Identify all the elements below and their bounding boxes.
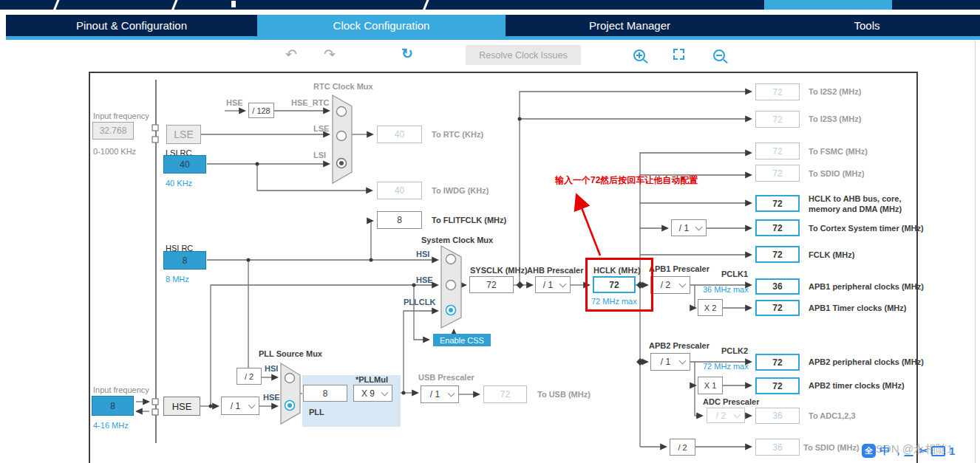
apb1-timer-label: APB1 Timer clocks (MHz)	[809, 303, 906, 312]
lse-frequency-input: 32.768	[92, 122, 134, 140]
ahb-prescaler-label: AHB Prescaler	[527, 266, 583, 275]
resolve-clock-issues-button[interactable]: Resolve Clock Issues	[466, 45, 581, 65]
sysclk-label: SYSCLK (MHz)	[470, 266, 528, 275]
hse-frequency-input[interactable]: 8	[92, 396, 134, 416]
ime-keyboard-icon[interactable]	[931, 446, 945, 456]
to-i2s2-label: To I2S2 (MHz)	[809, 87, 861, 96]
adc-prescaler-label: ADC Prescaler	[703, 397, 759, 406]
rtc-lse-label: LSE	[313, 124, 329, 133]
zoom-out-icon[interactable]	[713, 49, 725, 61]
to-i2s2-value-box: 72	[755, 83, 800, 100]
pll-source-mux-title: PLL Source Mux	[259, 349, 322, 358]
ime-punctuation-icon[interactable]: ，	[894, 445, 903, 458]
fclk-value-box[interactable]: 72	[755, 246, 800, 263]
apb2-prescaler-label: APB2 Prescaler	[649, 341, 710, 350]
rtc-hse-label: HSE	[226, 98, 243, 107]
system-clock-mux-title: System Clock Mux	[421, 236, 493, 244]
to-fsmc-label: To FSMC (MHz)	[809, 147, 868, 156]
apb2-x1-box: X 1	[698, 377, 723, 394]
to-iwdg-label: To IWDG (KHz)	[432, 186, 489, 195]
chevron-down-icon	[248, 401, 256, 408]
undo-icon[interactable]: ↶	[285, 47, 297, 61]
enable-css-label: Enable CSS	[440, 336, 484, 345]
to-i2s3-label: To I2S3 (MHz)	[809, 114, 861, 123]
pll-input-value-box: 8	[303, 385, 347, 402]
sdio-div2-box: / 2	[670, 439, 695, 456]
chevron-down-icon	[559, 280, 567, 287]
ime-mode-icon[interactable]: 全	[862, 444, 876, 458]
annotation-text: 输入一个72然后按回车让他自动配置	[555, 174, 698, 187]
chevron-down-icon	[679, 357, 687, 365]
apb2-prescaler-select[interactable]: / 1	[650, 353, 690, 371]
lsi-rc-box[interactable]: 40	[163, 155, 206, 174]
tab-clock-configuration[interactable]: Clock Configuration	[257, 15, 506, 36]
ime-chinese-icon[interactable]: 中	[879, 445, 890, 458]
cortex-timer-label: To Cortex System timer (MHz)	[809, 224, 924, 233]
scrollbar-track[interactable]	[975, 41, 976, 463]
to-adc-label: To ADC1,2,3	[809, 411, 856, 420]
tab-tools[interactable]: Tools	[754, 15, 980, 36]
hclk-ahb-value-box[interactable]: 72	[755, 195, 800, 212]
redo-icon[interactable]: ↷	[324, 47, 336, 61]
apb1-x2-box: X 2	[698, 299, 723, 316]
rtc-div128-box: / 128	[248, 103, 274, 118]
ime-pen-icon[interactable]	[904, 446, 919, 456]
to-flitfclk-value-box[interactable]: 8	[377, 211, 422, 229]
pll-name-label: PLL	[309, 408, 324, 416]
ime-toolbar: 全 中 ， ✂ 1	[862, 444, 955, 458]
fclk-label: FCLK (MHz)	[809, 250, 854, 259]
sysclk-value-box[interactable]: 72	[469, 276, 514, 293]
ime-scissors-icon[interactable]: ✂	[919, 445, 928, 456]
rtc-lsi-label: LSI	[313, 151, 326, 160]
chevron-down-icon	[679, 281, 687, 288]
tab-pinout-configuration[interactable]: Pinout & Configuration	[6, 15, 257, 36]
apb1-prescaler-label: APB1 Prescaler	[649, 264, 710, 273]
hse-input-frequency-label: Input frequency	[93, 385, 149, 394]
sysmux-pllclk-label: PLLCLK	[404, 298, 435, 306]
zoom-in-icon[interactable]	[633, 49, 645, 61]
fit-to-screen-icon[interactable]	[673, 49, 684, 60]
to-fsmc-value-box: 72	[755, 143, 800, 160]
apb1-prescaler-value: / 2	[651, 280, 680, 290]
adc-prescaler-select: / 2	[707, 408, 745, 423]
tab-project-manager[interactable]: Project Manager	[506, 15, 754, 36]
to-sdio-top-value-box: 72	[755, 165, 800, 182]
enable-css-button[interactable]: Enable CSS	[433, 334, 491, 346]
apb2-prescaler-value: / 1	[651, 357, 680, 367]
cortex-prescaler-select[interactable]: / 1	[671, 219, 707, 236]
pllmux-hsi-label: HSI	[265, 364, 278, 373]
rtc-hse-rtc-label: HSE_RTC	[291, 98, 329, 107]
hse-prediv-select[interactable]: / 1	[221, 397, 259, 415]
header-decoration	[231, 1, 236, 7]
apb2-peripheral-label: APB2 peripheral clocks (MHz)	[809, 357, 924, 366]
usb-prescaler-label: USB Prescaler	[418, 373, 474, 382]
tab-underline	[6, 36, 980, 40]
annotation-highlight-rect	[585, 258, 653, 312]
usb-prescaler-select[interactable]: / 1	[421, 385, 459, 403]
sysmux-hsi-label: HSI	[416, 250, 429, 258]
pclk2-label: PCLK2	[721, 346, 748, 355]
rtc-clock-mux-title: RTC Clock Mux	[313, 82, 373, 91]
apb1-prescaler-select[interactable]: / 2	[650, 276, 690, 294]
generate-code-button[interactable]	[764, 0, 892, 10]
apb1-timer-value-box[interactable]: 72	[755, 300, 800, 316]
pllmul-select[interactable]: X 9	[353, 385, 392, 402]
chevron-down-icon	[448, 390, 455, 397]
apb2-timer-value-box[interactable]: 72	[755, 377, 800, 394]
to-usb-value-box: 72	[483, 385, 527, 403]
lse-input-frequency-label: Input frequency	[93, 112, 149, 120]
apb2-peripheral-value-box[interactable]: 72	[755, 354, 800, 371]
to-iwdg-value-box: 40	[377, 182, 422, 199]
refresh-icon[interactable]: ↻	[401, 47, 413, 61]
ahb-prescaler-select[interactable]: / 1	[535, 276, 571, 293]
clock-configuration-screen: Pinout & Configuration Clock Configurati…	[0, 0, 980, 463]
hse-range-label: 4-16 MHz	[93, 421, 129, 430]
chevron-down-icon	[734, 411, 741, 418]
usb-prescaler-value: / 1	[421, 389, 449, 399]
cortex-timer-value-box[interactable]: 72	[755, 219, 800, 236]
tab-label: Clock Configuration	[333, 19, 430, 32]
to-usb-label: To USB (MHz)	[537, 390, 591, 399]
hsi-rc-box[interactable]: 8	[163, 251, 206, 270]
apb1-peripheral-value-box[interactable]: 36	[755, 278, 800, 295]
pclk2-max-label: 72 MHz max	[703, 362, 749, 371]
